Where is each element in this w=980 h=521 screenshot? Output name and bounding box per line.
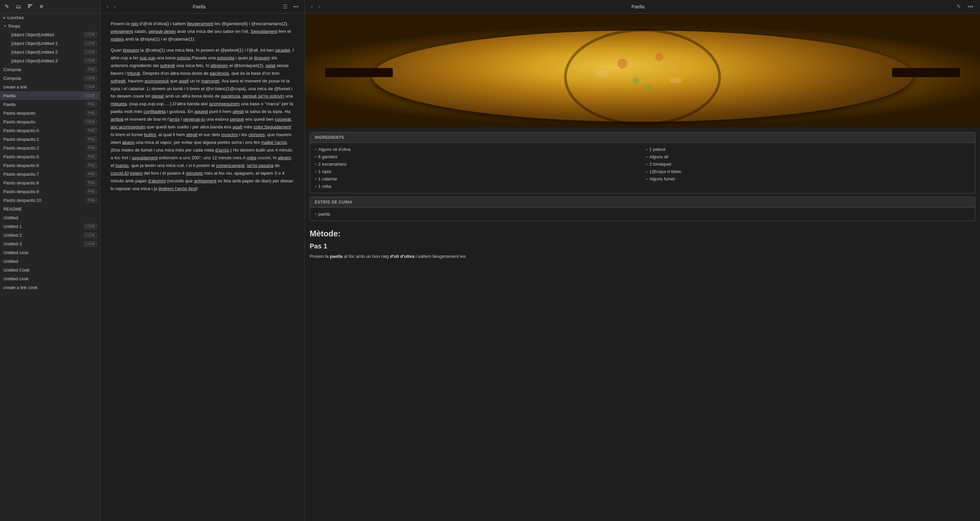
sidebar-item[interactable]: create a link cook	[0, 283, 100, 292]
sidebar-list: ▶ Lunches ▼ Soups [object Object]Untitle…	[0, 13, 100, 521]
item-badge: PNG	[86, 172, 97, 177]
sidebar-item[interactable]: CompotaPNG	[0, 65, 100, 74]
sidebar-item-label: Untitled	[3, 259, 97, 264]
item-badge: PNG	[86, 198, 97, 203]
utensils-header: ESTRIS DE CUINA	[310, 197, 975, 207]
ingredients-section: INGREDIENTS Alguns oli d'oliva1 pebrot6 …	[310, 132, 975, 193]
sidebar-item-label: Pastís despacito.6	[3, 163, 83, 168]
sort-button[interactable]	[27, 3, 34, 10]
forward-button[interactable]: ›	[112, 3, 117, 10]
right-panel: ‹ › Paella ✎ •••	[305, 0, 980, 521]
right-forward-button[interactable]: ›	[317, 3, 321, 10]
item-badge: PNG	[86, 67, 97, 72]
sidebar-item[interactable]: Untitled cook	[0, 248, 100, 257]
sidebar-item-label: [object Object]Untitled 2	[11, 49, 81, 55]
sidebar-item[interactable]: Pastís despacito.2PNG	[0, 143, 100, 152]
sidebar-item[interactable]: Pastís despacito.7PNG	[0, 170, 100, 178]
sidebar-item[interactable]: [object Object]Untitled 2COOK	[0, 48, 100, 56]
right-toolbar: ‹ › Paella ✎ •••	[305, 0, 980, 13]
sidebar-item[interactable]: Untitled	[0, 213, 100, 222]
sidebar-item-label: Untitled Cook	[3, 268, 97, 272]
method-title: Mètode:	[310, 229, 975, 238]
ingredient-item: Alguns all	[646, 153, 970, 160]
ingredient-item: 2 tomàquet	[646, 161, 970, 167]
sidebar-item[interactable]: Untitled 1COOK	[0, 222, 100, 231]
ingredient-item: 6 gambes	[315, 153, 639, 160]
sidebar-item[interactable]: PaellaPNG	[0, 100, 100, 108]
sidebar-category-lunches[interactable]: ▶ Lunches	[0, 13, 100, 22]
sidebar-item-label: Untitled	[3, 215, 97, 220]
sidebar-item-label: Compota	[3, 67, 83, 72]
sidebar-item[interactable]: Pastís despacitoPNG	[0, 108, 100, 117]
item-badge: PNG	[86, 154, 97, 159]
ingredient-item: 1 sípia	[315, 168, 639, 175]
ingredient-item: 2 escamarlans	[315, 161, 639, 167]
item-badge: COOK	[84, 41, 97, 46]
middle-panel: ‹ › Paella ☰ ••• Posem la raig d'@oli d'…	[100, 0, 305, 521]
sidebar-category-soups[interactable]: ▼ Soups	[0, 22, 100, 30]
sidebar-item-label: README	[3, 207, 97, 212]
svg-point-5	[655, 53, 663, 61]
back-button[interactable]: ‹	[105, 3, 110, 10]
right-more-button[interactable]: •••	[966, 3, 975, 10]
sidebar-item[interactable]: Pastís despacito.5PNG	[0, 152, 100, 161]
sidebar-item-label: [object Object]Untitled 3	[11, 58, 81, 63]
svg-rect-0	[28, 4, 32, 5]
sidebar-item[interactable]: Pastís despacito.9PNG	[0, 187, 100, 196]
item-badge: COOK	[84, 224, 97, 229]
sidebar-item[interactable]: PaellaCOOK	[0, 91, 100, 100]
svg-rect-2	[28, 7, 30, 8]
new-folder-button[interactable]: 🗂	[14, 3, 22, 10]
sidebar-item[interactable]: Untitled 2COOK	[0, 231, 100, 239]
utensil-item: paella	[315, 211, 970, 217]
sidebar-item[interactable]: CompotaCOOK	[0, 74, 100, 83]
sidebar-item-label: Pastís despacito	[3, 111, 83, 116]
step1-title: Pas 1	[310, 242, 975, 250]
sidebar-item[interactable]: [object Object]UntitledCOOK	[0, 30, 100, 39]
more-options-button[interactable]: •••	[291, 3, 300, 10]
sidebar-item-label: Pastís despacito.0	[3, 128, 83, 133]
content-paragraph: Posem la raig d'@oli d'oliva{} i saltem …	[111, 20, 294, 43]
sidebar-item[interactable]: Pastís despacito.1PNG	[0, 135, 100, 143]
ingredient-item: 1 calamar	[315, 176, 639, 182]
sidebar-item-label: Pastís despacito.8	[3, 180, 83, 185]
edit-button[interactable]: ✎	[955, 3, 963, 10]
sidebar-item-label: [object Object]Untitled	[11, 32, 81, 37]
sidebar-item-label: Untitled 3	[3, 241, 81, 247]
ingredient-item: Alguns oli d'oliva	[315, 146, 639, 153]
sidebar-item[interactable]: [object Object]Untitled 1COOK	[0, 39, 100, 48]
sidebar-item[interactable]: Untitled cook	[0, 274, 100, 283]
sidebar-item[interactable]: Untitled 3COOK	[0, 239, 100, 248]
item-badge: PNG	[86, 111, 97, 116]
sidebar-item[interactable]: README	[0, 204, 100, 213]
sidebar-item[interactable]: Pastís despacito.10PNG	[0, 196, 100, 204]
right-title: Paella	[324, 4, 952, 10]
sidebar-item-label: Untitled cook	[3, 276, 97, 281]
utensils-section: ESTRIS DE CUINA paella	[310, 197, 975, 221]
step1-text: Posem la paella al foc amb un bon raig d…	[310, 253, 975, 260]
sidebar-item[interactable]: Pastís despacito.8PNG	[0, 178, 100, 187]
svg-rect-1	[28, 6, 31, 6]
sidebar-item[interactable]: Untitled Cook	[0, 266, 100, 274]
sidebar-item-label: create a link	[3, 84, 81, 89]
sidebar-item[interactable]: create a linkCOOK	[0, 83, 100, 91]
hamburger-menu-button[interactable]: ☰	[282, 3, 289, 10]
right-back-button[interactable]: ‹	[310, 3, 314, 10]
sidebar-item[interactable]: Pastís despacito.0PNG	[0, 126, 100, 135]
sidebar-item-label: Untitled 2	[3, 233, 81, 238]
bold-text: d'oli d'oliva	[390, 254, 414, 259]
item-badge: COOK	[84, 49, 97, 55]
svg-point-4	[617, 59, 627, 69]
right-content: INGREDIENTS Alguns oli d'oliva1 pebrot6 …	[305, 13, 980, 521]
sidebar-item[interactable]: Pastís despacitoCOOK	[0, 117, 100, 126]
close-sidebar-button[interactable]: ✕	[38, 3, 45, 10]
sidebar-item[interactable]: Pastís despacito.6PNG	[0, 161, 100, 170]
ingredient-item: 1 ceba	[315, 183, 639, 190]
sidebar-item-label: [object Object]Untitled 1	[11, 41, 81, 46]
sidebar-toolbar: ✎ 🗂 ✕	[0, 0, 100, 13]
new-file-button[interactable]: ✎	[3, 3, 10, 10]
sidebar-item[interactable]: Untitled	[0, 257, 100, 266]
sidebar-item[interactable]: [object Object]Untitled 3COOK	[0, 56, 100, 65]
ingredients-grid: Alguns oli d'oliva1 pebrot6 gambesAlguns…	[310, 143, 975, 193]
svg-point-3	[565, 30, 719, 124]
